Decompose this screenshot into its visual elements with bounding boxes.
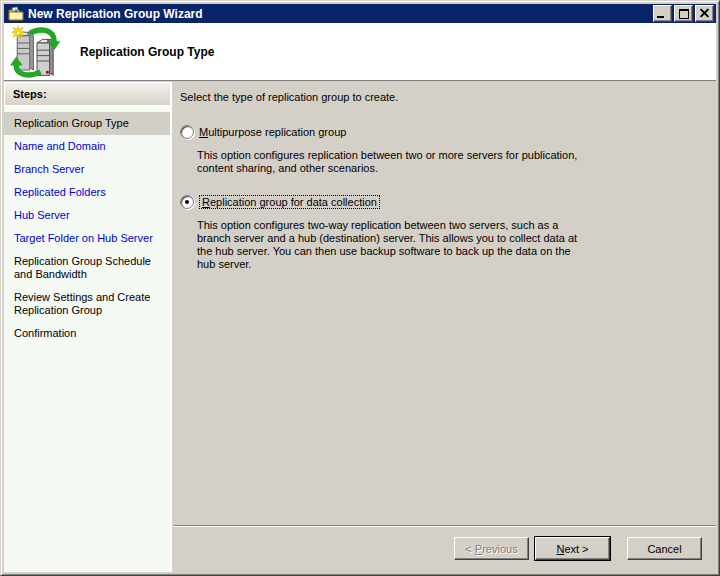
- option-multipurpose-description: This option configures replication betwe…: [197, 149, 581, 175]
- step-review-settings: Review Settings and Create Replication G…: [4, 286, 170, 322]
- label-rest: ultipurpose replication group: [208, 126, 346, 138]
- option-data-collection: Replication group for data collection Th…: [174, 195, 716, 271]
- page-title: Replication Group Type: [80, 45, 214, 59]
- step-hub-server[interactable]: Hub Server: [4, 204, 170, 227]
- next-button[interactable]: Next >: [535, 537, 610, 560]
- radio-data-collection[interactable]: [180, 195, 194, 209]
- label-rest: revious: [482, 543, 517, 555]
- wizard-footer: < Previous Next > Cancel: [174, 525, 716, 572]
- cancel-button[interactable]: Cancel: [627, 537, 702, 560]
- wizard-window: New Replication Group Wizard: [0, 0, 720, 576]
- step-replicated-folders[interactable]: Replicated Folders: [4, 181, 170, 204]
- titlebar[interactable]: New Replication Group Wizard: [4, 4, 716, 23]
- minimize-icon: [657, 16, 664, 18]
- option-multipurpose: Multipurpose replication group This opti…: [174, 125, 716, 175]
- step-schedule-and-bandwidth: Replication Group Schedule and Bandwidth: [4, 250, 170, 286]
- wizard-folder-icon: [8, 6, 24, 22]
- step-target-folder-on-hub-server[interactable]: Target Folder on Hub Server: [4, 227, 170, 250]
- close-icon: [700, 9, 709, 18]
- mnemonic-char: M: [199, 126, 208, 138]
- step-confirmation: Confirmation: [4, 322, 170, 345]
- step-name-and-domain[interactable]: Name and Domain: [4, 135, 170, 158]
- steps-panel: Steps: Replication Group Type Name and D…: [4, 82, 172, 572]
- steps-panel-title: Steps:: [4, 82, 170, 106]
- replication-servers-icon: [10, 25, 64, 79]
- radio-multipurpose-label[interactable]: Multipurpose replication group: [199, 126, 346, 138]
- wizard-header: Replication Group Type: [4, 23, 716, 81]
- minimize-button[interactable]: [653, 5, 672, 22]
- step-branch-server[interactable]: Branch Server: [4, 158, 170, 181]
- window-title: New Replication Group Wizard: [28, 7, 651, 21]
- page-prompt: Select the type of replication group to …: [180, 91, 716, 103]
- radio-data-collection-label[interactable]: Replication group for data collection: [199, 195, 380, 209]
- step-replication-group-type[interactable]: Replication Group Type: [4, 112, 170, 135]
- page-content: Select the type of replication group to …: [174, 82, 716, 572]
- previous-button: < Previous: [454, 537, 529, 560]
- label-rest: eplication group for data collection: [210, 196, 377, 208]
- radio-multipurpose[interactable]: [180, 125, 194, 139]
- maximize-icon: [679, 9, 689, 19]
- option-data-collection-description: This option configures two-way replicati…: [197, 219, 581, 271]
- label-pre: <: [465, 543, 474, 555]
- mnemonic-char: R: [202, 196, 210, 208]
- close-button[interactable]: [695, 5, 714, 22]
- maximize-button[interactable]: [674, 5, 693, 22]
- label-rest: ext >: [564, 543, 588, 555]
